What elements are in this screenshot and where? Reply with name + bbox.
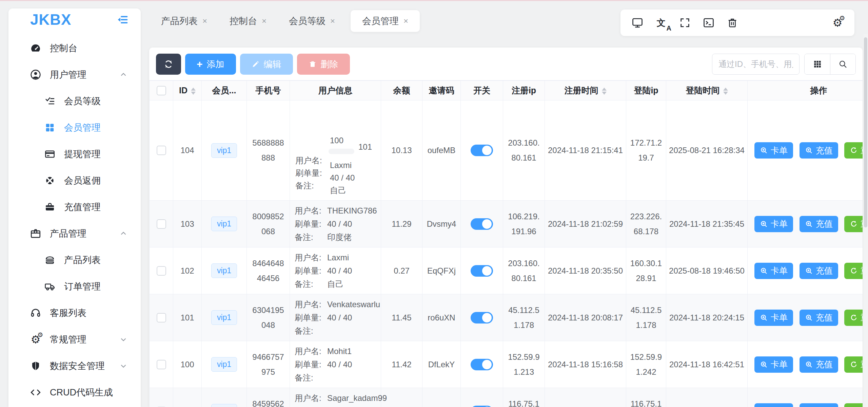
- sidebar-item-support-list[interactable]: 客服列表: [8, 300, 141, 326]
- card-order-button[interactable]: 卡单: [754, 263, 793, 279]
- row-checkbox[interactable]: [157, 219, 166, 229]
- monitor-icon[interactable]: [631, 16, 644, 30]
- sort-icon[interactable]: [723, 88, 728, 95]
- sidebar-item-data-security[interactable]: 数据安全管理: [8, 353, 141, 379]
- col-header-regtime[interactable]: 注册时间: [545, 81, 626, 100]
- plus-icon: +: [197, 58, 203, 70]
- status-toggle[interactable]: [471, 218, 493, 230]
- level-badge[interactable]: vip1: [211, 143, 237, 158]
- recharge-button[interactable]: 充值: [800, 142, 838, 159]
- sidebar-item-recharge-management[interactable]: 充值管理: [8, 194, 141, 220]
- close-icon[interactable]: ×: [403, 16, 408, 26]
- cell-id: 100: [173, 341, 202, 388]
- cell-reg-time: 2024-11-18 20:08:17: [545, 294, 626, 341]
- level-badge[interactable]: vip1: [211, 263, 237, 278]
- cell-balance: 11.42: [381, 341, 422, 388]
- cell-phone: 846464846456: [247, 247, 290, 294]
- refresh-button[interactable]: [156, 54, 181, 75]
- close-icon[interactable]: ×: [330, 16, 335, 26]
- level-badge[interactable]: vip1: [211, 404, 237, 407]
- card-order-button[interactable]: 卡单: [754, 310, 793, 326]
- chevron-down-icon: [119, 335, 128, 344]
- close-icon[interactable]: ×: [262, 16, 267, 26]
- search-icon[interactable]: [830, 54, 855, 74]
- cell-invite: uQ1BS3: [422, 388, 461, 407]
- sort-icon[interactable]: [602, 88, 607, 95]
- sidebar-item-dashboard[interactable]: 控制台: [8, 35, 141, 61]
- add-button[interactable]: + 添加: [185, 54, 236, 75]
- sidebar-item-label: 用户管理: [50, 69, 86, 81]
- settings-gears-icon[interactable]: ⚙⚙: [831, 16, 844, 30]
- status-toggle[interactable]: [471, 406, 493, 407]
- reset-order-button[interactable]: 重置订单: [844, 403, 863, 407]
- sidebar-item-product-list[interactable]: 产品列表: [8, 247, 141, 273]
- recharge-button[interactable]: 充值: [800, 216, 838, 232]
- sidebar-item-member-commission[interactable]: 会员返佣: [8, 167, 141, 194]
- sidebar-item-general-management[interactable]: ⚙⚙ 常规管理: [8, 326, 141, 353]
- delete-button[interactable]: 删除: [297, 54, 350, 75]
- row-checkbox[interactable]: [157, 146, 166, 155]
- level-badge[interactable]: vip1: [211, 357, 237, 372]
- search-input[interactable]: [712, 54, 800, 75]
- row-checkbox[interactable]: [157, 360, 166, 369]
- sidebar-item-member-management[interactable]: 会员管理: [8, 114, 141, 141]
- col-header-id[interactable]: ID: [173, 81, 202, 100]
- sidebar-item-member-level[interactable]: 会员等级: [8, 88, 141, 114]
- cell-invite: oufeMB: [422, 100, 461, 201]
- trash-icon[interactable]: [726, 16, 739, 30]
- translate-icon[interactable]: 文A: [654, 16, 668, 30]
- row-checkbox[interactable]: [157, 266, 166, 276]
- card-order-button[interactable]: 卡单: [754, 142, 793, 159]
- column-grid-icon[interactable]: [805, 54, 830, 74]
- col-header-invite: 邀请码: [422, 81, 461, 100]
- status-toggle[interactable]: [471, 312, 493, 323]
- tab-label: 控制台: [230, 15, 257, 27]
- reset-order-button[interactable]: 重置订单: [844, 263, 863, 279]
- sidebar-item-crud-generator[interactable]: CRUD代码生成: [8, 379, 141, 406]
- card-order-button[interactable]: 卡单: [754, 403, 793, 407]
- status-toggle[interactable]: [471, 265, 493, 277]
- recharge-button[interactable]: 充值: [800, 356, 838, 373]
- tab-member-level[interactable]: 会员等级 ×: [282, 10, 342, 32]
- level-badge[interactable]: vip1: [211, 310, 237, 325]
- status-toggle[interactable]: [471, 145, 493, 156]
- recharge-button[interactable]: 充值: [800, 403, 838, 407]
- card-order-button[interactable]: 卡单: [754, 216, 793, 232]
- reset-order-button[interactable]: 重置订单: [844, 310, 863, 326]
- sidebar-item-product-management[interactable]: 产品管理: [8, 220, 141, 247]
- fullscreen-icon[interactable]: [678, 16, 692, 30]
- close-icon[interactable]: ×: [202, 16, 207, 26]
- tab-member-management[interactable]: 会员管理 ×: [351, 10, 420, 32]
- reset-order-button[interactable]: 重置订单: [844, 142, 863, 159]
- terminal-icon[interactable]: [702, 16, 715, 30]
- page-scrollbar[interactable]: [863, 34, 868, 407]
- edit-button[interactable]: 编辑: [240, 54, 293, 75]
- reset-order-button[interactable]: 重置订单: [844, 216, 863, 232]
- status-toggle[interactable]: [471, 359, 493, 370]
- tab-dashboard[interactable]: 控制台 ×: [223, 10, 273, 32]
- cell-invite: DfLekY: [422, 341, 461, 388]
- sort-icon[interactable]: [191, 88, 196, 95]
- recharge-button[interactable]: 充值: [800, 263, 838, 279]
- commission-icon: [44, 174, 56, 187]
- cell-invite: ro6uXN: [422, 294, 461, 341]
- reset-order-button[interactable]: 重置订单: [844, 356, 863, 373]
- recharge-button[interactable]: 充值: [800, 310, 838, 326]
- package-icon: [29, 227, 42, 240]
- level-badge[interactable]: vip1: [211, 217, 237, 231]
- sidebar-item-withdraw-management[interactable]: 提现管理: [8, 141, 141, 167]
- tab-product-list[interactable]: 产品列表 ×: [154, 10, 214, 32]
- sidebar-item-user-management[interactable]: 用户管理: [8, 61, 141, 88]
- col-header-actions: 操作: [748, 81, 863, 100]
- sidebar-collapse-icon[interactable]: [116, 13, 129, 26]
- card-order-button[interactable]: 卡单: [754, 356, 793, 373]
- row-checkbox[interactable]: [157, 313, 166, 322]
- cell-reg-time: 2024-11-18 15:16:58: [545, 341, 626, 388]
- cell-reg-ip: 203.160.80.161: [503, 247, 545, 294]
- select-all-checkbox[interactable]: [157, 86, 166, 95]
- sidebar-item-order-management[interactable]: 订单管理: [8, 273, 141, 300]
- scrollbar-thumb[interactable]: [864, 37, 867, 227]
- col-header-logintime[interactable]: 登陆时间: [666, 81, 748, 100]
- brush-value: 40 / 40: [327, 217, 352, 230]
- cell-login-ip: 152.59.91.242: [626, 341, 666, 388]
